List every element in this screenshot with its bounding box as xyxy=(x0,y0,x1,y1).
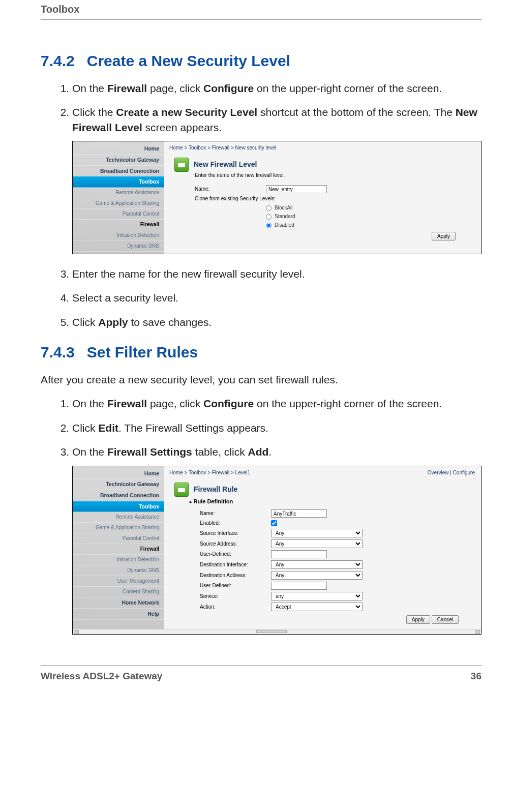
field-label: Destination Interface: xyxy=(200,561,271,568)
step-bold: Firewall xyxy=(107,398,147,409)
screenshot-new-firewall-level: HomeTechnicolor GatewayBroadband Connect… xyxy=(72,141,481,254)
sidebar-item[interactable]: Broadband Connection xyxy=(73,490,164,501)
section-heading-742: 7.4.2Create a New Security Level xyxy=(41,50,481,72)
radio-option[interactable]: Standard xyxy=(266,213,471,220)
step-text: . xyxy=(268,446,272,458)
service-select[interactable]: any xyxy=(271,592,363,600)
sidebar-item[interactable]: Dynamic DNS xyxy=(73,241,164,252)
section-intro: After you create a new security level, y… xyxy=(41,372,481,387)
horizontal-scrollbar[interactable] xyxy=(73,629,481,634)
cancel-button[interactable]: Cancel xyxy=(432,615,459,624)
step-text: On the xyxy=(72,446,107,458)
firewall-icon xyxy=(174,158,189,172)
step-text: Click xyxy=(72,422,98,434)
step-text: page, click xyxy=(147,82,203,94)
step-text: on the upper-right corner of the screen. xyxy=(254,82,442,94)
field-label: User-Defined: xyxy=(200,551,271,558)
step-text: On the xyxy=(72,82,107,94)
sidebar-item[interactable]: Dynamic DNS xyxy=(73,565,164,576)
name-input[interactable] xyxy=(271,509,327,518)
sidebar-item[interactable]: Firewall xyxy=(73,544,164,555)
user-defined-input[interactable] xyxy=(271,550,327,558)
sidebar-item[interactable]: Parental Control xyxy=(73,209,164,220)
sidebar-item[interactable]: Remote Assistance xyxy=(73,512,164,523)
sidebar-item[interactable]: Toolbox xyxy=(73,176,164,188)
step-bold: Create a new Security Level xyxy=(116,106,257,118)
sidebar-item[interactable]: Help xyxy=(73,609,164,620)
step-text: shortcut at the bottom of the screen. Th… xyxy=(257,106,456,118)
sidebar-item[interactable]: Intrusion Detection xyxy=(73,230,164,241)
sidebar-item[interactable]: Parental Control xyxy=(73,533,164,544)
apply-button[interactable]: Apply xyxy=(406,615,430,624)
step-bold: Edit xyxy=(98,422,118,434)
section-number: 7.4.2 xyxy=(41,52,75,69)
field-label: Source Interface: xyxy=(200,530,271,537)
sidebar-item[interactable]: Technicolor Gateway xyxy=(73,479,164,490)
user-defined-input[interactable] xyxy=(271,582,327,590)
panel-title: Firewall Rule xyxy=(194,485,237,495)
panel-subtitle: Enter the name of the new firewall level… xyxy=(164,172,481,179)
step-item: On the Firewall Settings table, click Ad… xyxy=(72,444,481,635)
step-bold: Firewall Settings xyxy=(107,446,192,458)
step-text: page, click xyxy=(147,398,203,409)
enabled-checkbox[interactable] xyxy=(271,520,277,526)
radio-input[interactable] xyxy=(266,214,272,220)
sidebar-item[interactable]: Home Network xyxy=(73,597,164,609)
rule-definition-header: Rule Definition xyxy=(164,498,481,505)
sidebar-nav: HomeTechnicolor GatewayBroadband Connect… xyxy=(73,141,164,254)
steps-list-1: On the Firewall page, click Configure on… xyxy=(41,81,481,329)
sidebar-item[interactable]: Broadband Connection xyxy=(73,166,164,177)
radio-input[interactable] xyxy=(266,223,272,228)
breadcrumb: Home > Toolbox > Firewall > New security… xyxy=(164,141,481,155)
step-bold: Add xyxy=(248,446,268,458)
sidebar-item[interactable]: Game & Application Sharing xyxy=(73,523,164,533)
radio-option[interactable]: Disabled xyxy=(266,222,471,229)
clone-label: Clone from existing Security Levels: xyxy=(195,195,276,202)
field-label: Destination Address: xyxy=(200,572,271,579)
sidebar-item[interactable]: Toolbox xyxy=(73,501,164,513)
destination-interface-select[interactable]: Any xyxy=(271,560,363,569)
step-text: on the upper-right corner of the screen. xyxy=(254,398,442,409)
step-item: Click Edit. The Firewall Settings appear… xyxy=(72,420,481,435)
radio-input[interactable] xyxy=(266,205,272,211)
source-address-select[interactable]: Any xyxy=(271,539,363,548)
panel-title: New Firewall Level xyxy=(194,160,257,170)
step-item: Select a security level. xyxy=(72,290,481,305)
step-text: Click the xyxy=(72,106,116,118)
sidebar-item[interactable]: Remote Assistance xyxy=(73,188,164,198)
field-label: User-Defined: xyxy=(200,582,271,589)
sidebar-item[interactable]: Home xyxy=(73,468,164,479)
step-text: to save changes. xyxy=(128,316,212,328)
field-label: Action: xyxy=(200,604,271,611)
step-text: . The Firewall Settings appears. xyxy=(118,422,268,434)
step-bold: Firewall xyxy=(107,82,147,94)
steps-list-2: On the Firewall page, click Configure on… xyxy=(41,396,481,635)
footer-page-number: 36 xyxy=(471,670,481,683)
step-bold: Apply xyxy=(98,316,128,328)
field-label: Name: xyxy=(200,510,271,517)
sidebar-item[interactable]: Content Sharing xyxy=(73,587,164,597)
sidebar-item[interactable]: Game & Application Sharing xyxy=(73,198,164,209)
step-bold: Configure xyxy=(203,398,254,409)
sidebar-item[interactable]: User Management xyxy=(73,576,164,587)
firewall-icon xyxy=(174,483,189,497)
sidebar-item[interactable]: Intrusion Detection xyxy=(73,555,164,565)
radio-option[interactable]: BlockAll xyxy=(266,204,471,212)
step-text: table, click xyxy=(192,446,248,458)
radio-label: Standard xyxy=(275,213,295,220)
top-links[interactable]: Overview | Configure xyxy=(428,469,475,476)
section-title: Set Filter Rules xyxy=(87,344,198,360)
apply-button[interactable]: Apply xyxy=(432,232,456,240)
sidebar-item[interactable]: Home xyxy=(73,143,164,155)
destination-address-select[interactable]: Any xyxy=(271,571,363,580)
step-item: On the Firewall page, click Configure on… xyxy=(72,396,481,411)
section-number: 7.4.3 xyxy=(41,344,75,360)
name-input[interactable] xyxy=(266,185,327,193)
source-interface-select[interactable]: Any xyxy=(271,529,363,537)
step-item: Click Apply to save changes. xyxy=(72,315,481,329)
action-select[interactable]: Accept xyxy=(271,603,363,611)
radio-label: BlockAll xyxy=(275,204,293,212)
radio-label: Disabled xyxy=(275,222,294,229)
sidebar-item[interactable]: Firewall xyxy=(73,220,164,230)
sidebar-item[interactable]: Technicolor Gateway xyxy=(73,155,164,166)
